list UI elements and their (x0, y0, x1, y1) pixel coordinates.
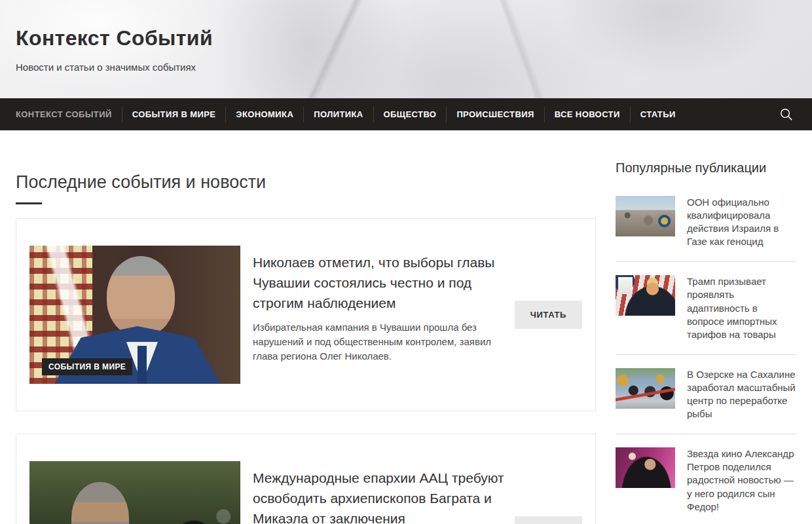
nav-item-obschestvo[interactable]: ОБЩЕСТВО (373, 107, 447, 122)
popular-item-4: Звезда кино Александр Петров поделился р… (616, 447, 796, 524)
nav-menu: КОНТЕКСТ СОБЫТИЙ СОБЫТИЯ В МИРЕ ЭКОНОМИК… (16, 98, 686, 130)
nav-item-proisshestviya[interactable]: ПРОИСШЕСТВИЯ (446, 107, 544, 122)
read-button[interactable]: ЧИТАТЬ (515, 301, 582, 329)
person-figure (71, 482, 129, 524)
article-1-image[interactable]: СОБЫТИЯ В МИРЕ (29, 246, 240, 384)
nav-item-vse-novosti[interactable]: ВСЕ НОВОСТИ (544, 107, 630, 122)
tie-shape (138, 346, 147, 384)
main-column: Последние события и новости СОБЫТИЯ В МИ… (16, 130, 596, 524)
sidebar-heading: Популярные публикации (616, 160, 796, 176)
popular-item-3-title[interactable]: В Озерске на Сахалине заработал масштабн… (687, 368, 796, 421)
article-card-1: СОБЫТИЯ В МИРЕ Николаев отметил, что выб… (16, 218, 596, 411)
popular-item-1-thumbnail[interactable] (616, 196, 675, 236)
site-header: Контекст Событий Новости и статьи о знач… (0, 0, 812, 98)
popular-item-2: Трамп призывает проявлять адаптивность в… (616, 275, 796, 354)
main-nav: КОНТЕКСТ СОБЫТИЙ СОБЫТИЯ В МИРЕ ЭКОНОМИК… (0, 98, 812, 130)
nav-item-politika[interactable]: ПОЛИТИКА (303, 107, 373, 122)
article-1-title[interactable]: Николаев отметил, что выборы главы Чуваш… (253, 252, 515, 313)
article-card-2: Международные епархии ААЦ требуют освобо… (16, 434, 596, 524)
popular-item-4-title[interactable]: Звезда кино Александр Петров поделился р… (687, 447, 796, 513)
read-button[interactable]: ЧИТАТЬ (515, 516, 582, 524)
popular-item-2-thumbnail[interactable] (616, 275, 675, 316)
search-icon[interactable] (776, 104, 796, 124)
nav-item-ekonomika[interactable]: ЭКОНОМИКА (225, 107, 303, 122)
article-2-image[interactable] (29, 461, 240, 524)
popular-item-3: В Озерске на Сахалине заработал масштабн… (616, 368, 796, 434)
popular-item-4-thumbnail[interactable] (616, 447, 675, 488)
section-heading: Последние события и новости (16, 172, 596, 193)
site-title[interactable]: Контекст Событий (16, 26, 796, 50)
category-badge[interactable]: СОБЫТИЯ В МИРЕ (42, 358, 132, 375)
heading-underline (16, 202, 42, 204)
page-content: Последние события и новости СОБЫТИЯ В МИ… (0, 130, 812, 524)
article-2-body: Международные епархии ААЦ требуют освобо… (253, 461, 515, 524)
article-2-title[interactable]: Международные епархии ААЦ требуют освобо… (253, 468, 515, 524)
article-1-action: ЧИТАТЬ (515, 246, 582, 384)
nav-item-kontekst-sobytij[interactable]: КОНТЕКСТ СОБЫТИЙ (16, 107, 122, 122)
popular-item-1: ООН официально квалифицировала действия … (616, 196, 796, 262)
article-1-body: Николаев отметил, что выборы главы Чуваш… (253, 246, 515, 384)
article-2-action: ЧИТАТЬ (515, 461, 582, 524)
popular-item-2-title[interactable]: Трамп призывает проявлять адаптивность в… (687, 275, 796, 341)
article-1-excerpt: Избирательная кампания в Чувашии прошла … (253, 320, 515, 363)
popular-sidebar: Популярные публикации ООН официально ква… (616, 130, 796, 524)
site-tagline: Новости и статьи о значимых событиях (16, 62, 796, 73)
nav-item-sobytiya-v-mire[interactable]: СОБЫТИЯ В МИРЕ (122, 107, 226, 122)
popular-item-1-title[interactable]: ООН официально квалифицировала действия … (687, 196, 796, 248)
popular-item-3-thumbnail[interactable] (616, 368, 675, 409)
nav-item-stati[interactable]: СТАТЬИ (630, 107, 686, 122)
person-figure (107, 256, 175, 336)
